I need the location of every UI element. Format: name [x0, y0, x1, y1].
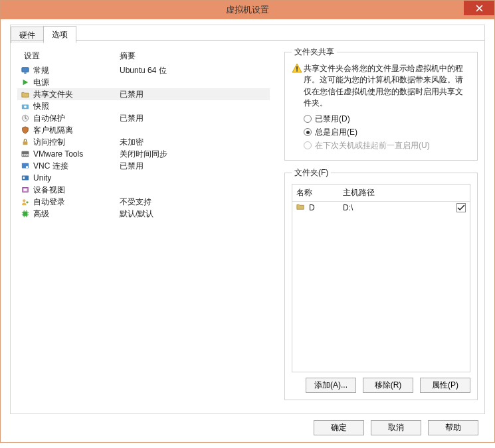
item-name: 自动登录 [33, 196, 120, 208]
item-summary: Ubuntu 64 位 [120, 65, 267, 76]
user-icon [20, 196, 31, 207]
col-host-path: 主机路径 [343, 187, 454, 198]
settings-item-0[interactable]: 常规 Ubuntu 64 位 [17, 64, 270, 76]
settings-item-11[interactable]: 自动登录 不受支持 [17, 196, 270, 208]
col-name: 名称 [296, 187, 343, 198]
close-icon [476, 5, 483, 12]
item-name: 访问控制 [33, 137, 120, 148]
folders-list-header: 名称 主机路径 [292, 185, 470, 202]
device-icon [20, 185, 31, 195]
radio-icon [304, 141, 312, 149]
radio-disabled[interactable]: 已禁用(D) [304, 113, 470, 125]
folder-icon [20, 89, 31, 100]
svg-rect-11 [23, 177, 25, 179]
item-summary: 关闭时间同步 [120, 149, 267, 160]
settings-list[interactable]: 常规 Ubuntu 64 位 电源 共享文件夹 已禁用 快照 自动保护 已禁用 … [17, 64, 270, 407]
svg-rect-16 [23, 212, 28, 216]
folders-legend: 文件夹(F) [292, 167, 331, 179]
item-name: 常规 [33, 65, 120, 76]
remove-folder-button[interactable]: 移除(R) [363, 378, 413, 393]
settings-item-10[interactable]: 设备视图 [17, 184, 270, 196]
item-name: Unity [33, 173, 120, 183]
item-name: VNC 连接 [33, 161, 120, 172]
folder-row-0[interactable]: D D:\ [292, 202, 470, 214]
settings-item-4[interactable]: 自动保护 已禁用 [17, 112, 270, 124]
dialog-footer: 确定 取消 帮助 [314, 420, 478, 435]
item-summary: 默认/默认 [120, 208, 267, 220]
svg-rect-1 [24, 72, 26, 73]
tabstrip: 硬件选项 [11, 25, 484, 41]
window-title: 虚拟机设置 [226, 5, 269, 16]
svg-rect-18 [296, 70, 298, 72]
help-button[interactable]: 帮助 [428, 420, 478, 435]
settings-item-9[interactable]: Unity [17, 172, 270, 184]
radio-always-enabled[interactable]: 总是启用(E) [304, 127, 470, 138]
vnc-icon [20, 161, 31, 171]
svg-rect-5 [23, 141, 28, 145]
radio-until-label: 在下次关机或挂起前一直启用(U) [315, 140, 430, 151]
item-name: 自动保护 [33, 113, 120, 124]
camera-icon [20, 101, 31, 112]
item-summary: 已禁用 [120, 89, 267, 100]
folders-group: 文件夹(F) 名称 主机路径 D D:\ 添加(A)... 移除(R) [284, 167, 478, 400]
folder-properties-button[interactable]: 属性(P) [420, 378, 470, 393]
svg-text:vmw: vmw [22, 153, 29, 157]
radio-until-shutdown: 在下次关机或挂起前一直启用(U) [304, 140, 470, 151]
folder-sharing-legend: 文件夹共享 [292, 46, 337, 58]
svg-point-9 [26, 166, 28, 168]
content-panel: 硬件选项 设置 摘要 常规 Ubuntu 64 位 电源 共享文件夹 已禁用 快… [10, 25, 485, 414]
folder-sharing-group: 文件夹共享 共享文件夹会将您的文件显示给虚拟机中的程序。这可能为您的计算机和数据… [284, 46, 478, 161]
folders-list[interactable]: 名称 主机路径 D D:\ [292, 184, 470, 372]
unity-icon [20, 173, 31, 183]
svg-point-15 [26, 201, 28, 203]
clock-icon [20, 113, 31, 123]
item-name: 设备视图 [33, 185, 120, 196]
settings-item-5[interactable]: 客户机隔离 [17, 124, 270, 136]
svg-point-14 [23, 199, 25, 202]
folder-icon [296, 202, 307, 213]
item-summary: 未加密 [120, 137, 267, 148]
item-name: 电源 [33, 77, 120, 88]
lock-icon [20, 137, 31, 147]
settings-item-3[interactable]: 快照 [17, 100, 270, 112]
radio-icon [304, 115, 312, 123]
svg-rect-0 [22, 68, 29, 72]
monitor-icon [20, 65, 31, 76]
titlebar[interactable]: 虚拟机设置 [1, 1, 494, 19]
ok-button[interactable]: 确定 [314, 420, 364, 435]
svg-rect-10 [22, 176, 29, 181]
settings-window: 虚拟机设置 硬件选项 设置 摘要 常规 Ubuntu 64 位 电源 共享文件夹… [0, 0, 495, 443]
settings-item-12[interactable]: 高级 默认/默认 [17, 208, 270, 220]
item-name: 高级 [33, 208, 120, 220]
vmw-icon: vmw [20, 149, 31, 159]
item-summary: 不受支持 [120, 196, 267, 208]
radio-disabled-label: 已禁用(D) [315, 113, 350, 125]
settings-list-panel: 设置 摘要 常规 Ubuntu 64 位 电源 共享文件夹 已禁用 快照 自动保… [17, 46, 270, 407]
header-summary: 摘要 [120, 50, 267, 62]
header-setting: 设置 [20, 50, 120, 62]
svg-rect-17 [296, 66, 298, 70]
item-name: 共享文件夹 [33, 89, 120, 100]
chip-icon [20, 208, 31, 219]
shield-icon [20, 125, 31, 135]
settings-item-6[interactable]: 访问控制 未加密 [17, 136, 270, 148]
folder-name: D [309, 203, 343, 212]
settings-item-8[interactable]: VNC 连接 已禁用 [17, 160, 270, 172]
detail-panel: 文件夹共享 共享文件夹会将您的文件显示给虚拟机中的程序。这可能为您的计算机和数据… [270, 46, 478, 407]
warning-text: 共享文件夹会将您的文件显示给虚拟机中的程序。这可能为您的计算机和数据带来风险。请… [304, 63, 470, 110]
item-summary: 已禁用 [120, 113, 267, 124]
warning-icon [292, 63, 304, 110]
tab-options[interactable]: 选项 [43, 26, 76, 43]
cancel-button[interactable]: 取消 [371, 420, 421, 435]
settings-item-2[interactable]: 共享文件夹 已禁用 [17, 88, 270, 100]
svg-point-3 [24, 106, 27, 108]
play-icon [20, 77, 31, 88]
radio-icon [304, 128, 312, 136]
settings-item-1[interactable]: 电源 [17, 76, 270, 88]
item-name: VMware Tools [33, 149, 120, 159]
settings-item-7[interactable]: vmw VMware Tools 关闭时间同步 [17, 148, 270, 160]
close-button[interactable] [464, 1, 494, 15]
item-name: 快照 [33, 101, 120, 112]
folder-enabled-checkbox[interactable] [456, 203, 466, 212]
add-folder-button[interactable]: 添加(A)... [306, 378, 356, 393]
